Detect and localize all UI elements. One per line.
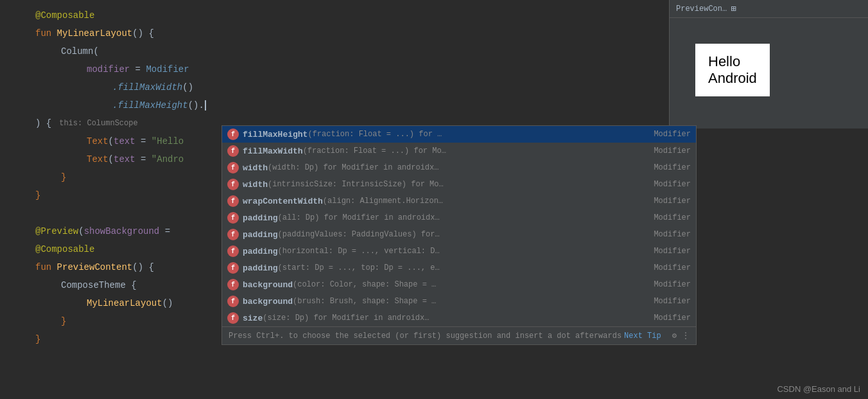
ac-item-name-0: fillMaxHeight [243, 130, 308, 139]
function-icon-5: f [227, 212, 239, 224]
code-text: () [162, 294, 173, 312]
function-icon-11: f [227, 312, 239, 324]
function-icon-7: f [227, 245, 239, 257]
code-param3: text [114, 150, 135, 168]
code-method: . [112, 78, 117, 96]
code-param4: showBackground [84, 222, 160, 240]
autocomplete-item-6[interactable]: f padding (paddingValues: PaddingValues)… [222, 226, 696, 243]
watermark: CSDN @Eason and Li [777, 384, 860, 394]
autocomplete-item-2[interactable]: f width (width: Dp) for Modifier in andr… [222, 159, 696, 176]
autocomplete-item-7[interactable]: f padding (horizontal: Dp = ..., vertica… [222, 243, 696, 260]
code-text: ( [108, 150, 114, 168]
code-keyword: fun [35, 24, 57, 42]
gear-icon[interactable]: ⚙ [672, 331, 677, 341]
code-funcname2: PreviewContent [57, 258, 133, 276]
code-annotation2: @Preview [35, 222, 78, 240]
code-brace2: } [35, 186, 40, 204]
ac-item-type-3: Modifier [646, 180, 691, 189]
code-text: () [182, 78, 193, 96]
ac-item-sig-9: (color: Color, shape: Shape = … [293, 280, 436, 289]
autocomplete-item-3[interactable]: f width (intrinsicSize: IntrinsicSize) f… [222, 176, 696, 193]
ac-item-name-1: fillMaxWidth [243, 146, 303, 156]
ac-item-sig-6: (paddingValues: PaddingValues) for… [278, 230, 440, 239]
preview-tab-label: PreviewCon… [676, 4, 727, 13]
ac-item-name-6: padding [243, 230, 278, 240]
autocomplete-item-10[interactable]: f background (brush: Brush, shape: Shape… [222, 293, 696, 310]
autocomplete-item-11[interactable]: f size (size: Dp) for Modifier in androi… [222, 310, 696, 326]
code-keyword2: fun [35, 258, 57, 276]
code-text: () { [132, 258, 154, 276]
code-param: modifier [87, 60, 130, 78]
menu-icon[interactable]: ⋮ [682, 331, 690, 341]
code-text: Column( [61, 42, 99, 60]
function-icon-4: f [227, 195, 239, 207]
code-method4: fillMaxHeight [117, 96, 187, 114]
code-text: ( [78, 222, 83, 240]
autocomplete-dropdown: f fillMaxHeight (fraction: Float = ...) … [221, 125, 697, 345]
code-text: ( [108, 132, 114, 150]
ac-item-sig-10: (brush: Brush, shape: Shape = … [293, 297, 436, 306]
ac-item-sig-3: (intrinsicSize: IntrinsicSize) for Mo… [268, 180, 444, 189]
ac-item-type-8: Modifier [646, 263, 691, 272]
text-cursor [205, 100, 206, 111]
preview-canvas: Hello Android [670, 18, 868, 122]
ac-item-sig-11: (size: Dp) for Modifier in androidx… [263, 314, 429, 323]
function-icon-10: f [227, 296, 239, 307]
ac-item-sig-0: (fraction: Float = ...) for … [308, 130, 442, 139]
autocomplete-item-9[interactable]: f background (color: Color, shape: Shape… [222, 276, 696, 293]
ac-item-name-4: wrapContentWidth [243, 197, 323, 206]
function-icon-8: f [227, 262, 239, 274]
code-scope: this: ColumnScope [59, 114, 137, 132]
autocomplete-item-1[interactable]: f fillMaxWidth (fraction: Float = ...) f… [222, 143, 696, 159]
code-text: ) { [35, 114, 51, 132]
function-icon-3: f [227, 179, 239, 190]
preview-tab: PreviewCon… ⊞ [670, 0, 868, 18]
code-brace: } [61, 168, 66, 186]
ac-footer-icons: ⚙ ⋮ [672, 331, 690, 341]
code-method3: . [112, 96, 117, 114]
code-modifier: Modifier [146, 60, 189, 78]
ac-item-type-6: Modifier [646, 230, 691, 239]
ac-item-name-7: padding [243, 247, 278, 256]
autocomplete-footer: Press Ctrl+. to choose the selected (or … [222, 326, 696, 344]
ac-item-sig-2: (width: Dp) for Modifier in androidx… [268, 163, 438, 172]
ac-item-name-10: background [243, 297, 293, 306]
code-annotation: @Composable [35, 6, 94, 24]
code-paren: () { [132, 24, 154, 42]
next-tip-button[interactable]: Next Tip [624, 332, 661, 341]
function-icon-6: f [227, 229, 239, 240]
code-text: = [159, 222, 170, 240]
autocomplete-item-5[interactable]: f padding (all: Dp) for Modifier in andr… [222, 209, 696, 226]
code-text: (). [188, 96, 204, 114]
code-text2: Text [87, 132, 108, 150]
function-icon-2: f [227, 162, 239, 173]
ac-item-type-0: Modifier [646, 130, 691, 139]
function-icon-0: f [227, 129, 239, 140]
function-icon-9: f [227, 279, 239, 290]
code-annotation3: @Composable [35, 240, 94, 258]
ac-item-sig-4: (align: Alignment.Horizon… [323, 197, 443, 206]
ac-item-type-1: Modifier [646, 146, 691, 155]
ac-item-type-10: Modifier [646, 297, 691, 306]
autocomplete-item-0[interactable]: f fillMaxHeight (fraction: Float = ...) … [222, 126, 696, 143]
preview-panel: PreviewCon… ⊞ Hello Android [669, 0, 868, 129]
code-funcname: MyLinearLayout [57, 24, 133, 42]
autocomplete-item-4[interactable]: f wrapContentWidth (align: Alignment.Hor… [222, 193, 696, 209]
ac-item-type-11: Modifier [646, 314, 691, 323]
function-icon-1: f [227, 145, 239, 157]
preview-icon: ⊞ [731, 3, 736, 14]
code-method2: fillMaxWidth [117, 78, 182, 96]
ac-item-name-9: background [243, 280, 293, 290]
ac-item-sig-7: (horizontal: Dp = ..., vertical: D… [278, 247, 440, 256]
ac-item-sig-5: (all: Dp) for Modifier in androidx… [278, 213, 440, 222]
ac-item-name-11: size [243, 314, 263, 323]
ac-item-type-5: Modifier [646, 213, 691, 222]
ac-item-type-4: Modifier [646, 197, 691, 206]
autocomplete-item-8[interactable]: f padding (start: Dp = ..., top: Dp = ..… [222, 260, 696, 276]
code-text: = [135, 132, 152, 150]
ac-item-type-9: Modifier [646, 280, 691, 289]
code-brace3: } [61, 312, 66, 330]
ac-footer-text: Press Ctrl+. to choose the selected (or … [229, 332, 621, 341]
ac-item-name-5: padding [243, 213, 278, 223]
ac-item-sig-1: (fraction: Float = ...) for Mo… [303, 146, 446, 155]
